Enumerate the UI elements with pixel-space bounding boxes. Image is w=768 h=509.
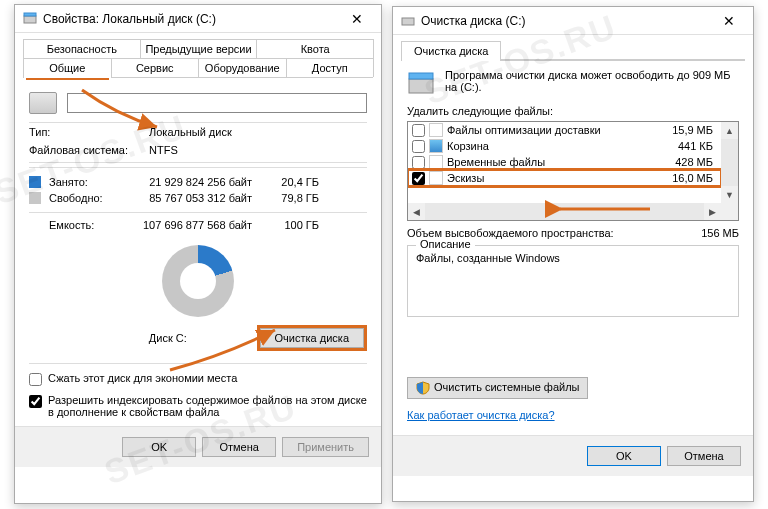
- capacity-gb: 100 ГБ: [264, 219, 319, 231]
- used-swatch: [29, 176, 41, 188]
- file-checkbox[interactable]: [412, 124, 425, 137]
- apply-button[interactable]: Применить: [282, 437, 369, 457]
- used-bytes: 21 929 824 256 байт: [129, 176, 264, 188]
- description-group: Описание Файлы, созданные Windows: [407, 245, 739, 317]
- type-value: Локальный диск: [149, 126, 367, 138]
- file-list: Файлы оптимизации доставки 15,9 МБ Корзи…: [407, 121, 739, 221]
- file-icon: [429, 123, 443, 137]
- scroll-right-button[interactable]: ▶: [704, 203, 721, 220]
- file-checkbox[interactable]: [412, 140, 425, 153]
- drive-icon: [23, 12, 37, 26]
- compress-label: Сжать этот диск для экономии места: [48, 372, 237, 384]
- tab-security[interactable]: Безопасность: [23, 39, 141, 58]
- drive-name-input[interactable]: [67, 93, 367, 113]
- used-gb: 20,4 ГБ: [264, 176, 319, 188]
- svg-rect-1: [24, 13, 36, 16]
- tab-strip: Очистка диска: [401, 41, 745, 61]
- scrollbar-vertical[interactable]: ▲ ▼: [721, 122, 738, 203]
- file-size: 16,0 МБ: [657, 172, 717, 184]
- disk-label: Диск C:: [29, 332, 257, 344]
- scroll-up-button[interactable]: ▲: [721, 122, 738, 139]
- dialog-footer: OK Отмена Применить: [15, 426, 381, 467]
- tab-disk-cleanup[interactable]: Очистка диска: [401, 41, 501, 60]
- usage-pie-chart: [162, 245, 234, 317]
- file-name: Корзина: [447, 140, 657, 152]
- file-name: Эскизы: [447, 172, 657, 184]
- close-button[interactable]: ✕: [337, 6, 377, 32]
- tab-strip: Безопасность Предыдущие версии Квота Общ…: [23, 39, 373, 78]
- ok-button[interactable]: OK: [587, 446, 661, 466]
- dialog-footer: OK Отмена: [393, 435, 753, 476]
- capacity-label: Емкость:: [49, 219, 129, 231]
- panel-body: Программа очистки диска может освободить…: [393, 61, 753, 435]
- freeable-space-value: 156 МБ: [701, 227, 739, 239]
- file-row[interactable]: Файлы оптимизации доставки 15,9 МБ: [408, 122, 721, 138]
- tab-hardware[interactable]: Оборудование: [198, 58, 287, 77]
- close-button[interactable]: ✕: [709, 8, 749, 34]
- free-gb: 79,8 ГБ: [264, 192, 319, 204]
- free-swatch: [29, 192, 41, 204]
- used-label: Занято:: [49, 176, 129, 188]
- disk-cleanup-window: Очистка диска (C:) ✕ Очистка диска Прогр…: [392, 6, 754, 502]
- free-label: Свободно:: [49, 192, 129, 204]
- index-label: Разрешить индексировать содержимое файло…: [48, 394, 367, 418]
- file-name: Временные файлы: [447, 156, 657, 168]
- file-row[interactable]: Корзина 441 КБ: [408, 138, 721, 154]
- how-cleanup-works-link[interactable]: Как работает очистка диска?: [407, 409, 555, 421]
- titlebar[interactable]: Свойства: Локальный диск (C:) ✕: [15, 5, 381, 33]
- panel-body: Тип: Локальный диск Файловая система: NT…: [15, 78, 381, 426]
- file-size: 428 МБ: [657, 156, 717, 168]
- description-title: Описание: [416, 238, 475, 250]
- filesystem-value: NTFS: [149, 144, 367, 156]
- svg-rect-0: [24, 16, 36, 23]
- type-label: Тип:: [29, 126, 149, 138]
- disk-cleanup-button[interactable]: Очистка диска: [260, 328, 364, 348]
- free-bytes: 85 767 053 312 байт: [129, 192, 264, 204]
- svg-rect-2: [402, 18, 414, 25]
- clean-system-files-label: Очистить системные файлы: [434, 381, 579, 393]
- annotation-highlight-cleanup: Очистка диска: [257, 325, 367, 351]
- ok-button[interactable]: OK: [122, 437, 196, 457]
- window-title: Очистка диска (C:): [421, 14, 709, 28]
- recycle-bin-icon: [429, 139, 443, 153]
- cancel-button[interactable]: Отмена: [667, 446, 741, 466]
- file-size: 441 КБ: [657, 140, 717, 152]
- window-title: Свойства: Локальный диск (C:): [43, 12, 337, 26]
- delete-files-label: Удалить следующие файлы:: [407, 105, 739, 117]
- svg-rect-4: [409, 73, 433, 79]
- file-checkbox[interactable]: [412, 172, 425, 185]
- disk-cleanup-icon: [401, 14, 415, 28]
- file-size: 15,9 МБ: [657, 124, 717, 136]
- file-icon: [429, 155, 443, 169]
- file-name: Файлы оптимизации доставки: [447, 124, 657, 136]
- scrollbar-horizontal[interactable]: ◀ ▶: [408, 203, 721, 220]
- drive-large-icon: [29, 92, 57, 114]
- scroll-left-button[interactable]: ◀: [408, 203, 425, 220]
- tab-general[interactable]: Общие: [23, 58, 112, 77]
- filesystem-label: Файловая система:: [29, 144, 149, 156]
- intro-text: Программа очистки диска может освободить…: [445, 69, 739, 93]
- file-checkbox[interactable]: [412, 156, 425, 169]
- file-icon: [429, 171, 443, 185]
- disk-cleanup-large-icon: [407, 69, 435, 97]
- compress-checkbox[interactable]: [29, 373, 42, 386]
- cancel-button[interactable]: Отмена: [202, 437, 276, 457]
- scroll-down-button[interactable]: ▼: [721, 186, 738, 203]
- tab-previous-versions[interactable]: Предыдущие версии: [140, 39, 258, 58]
- shield-icon: [416, 381, 430, 395]
- index-checkbox[interactable]: [29, 395, 42, 408]
- properties-window: Свойства: Локальный диск (C:) ✕ Безопасн…: [14, 4, 382, 504]
- svg-rect-3: [409, 79, 433, 93]
- titlebar[interactable]: Очистка диска (C:) ✕: [393, 7, 753, 35]
- file-row[interactable]: Временные файлы 428 МБ: [408, 154, 721, 170]
- file-row-thumbnails[interactable]: Эскизы 16,0 МБ: [408, 170, 721, 186]
- clean-system-files-button[interactable]: Очистить системные файлы: [407, 377, 588, 399]
- description-text: Файлы, созданные Windows: [416, 252, 730, 264]
- capacity-bytes: 107 696 877 568 байт: [129, 219, 264, 231]
- tab-tools[interactable]: Сервис: [111, 58, 200, 77]
- tab-quota[interactable]: Квота: [256, 39, 374, 58]
- tab-sharing[interactable]: Доступ: [286, 58, 375, 77]
